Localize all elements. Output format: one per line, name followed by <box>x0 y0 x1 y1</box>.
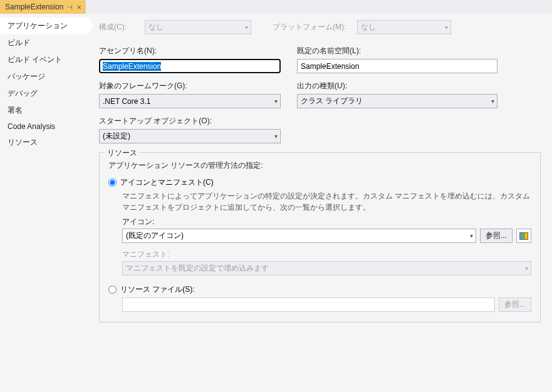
manifest-select: マニフェストを既定の設定で埋め込みます ▾ <box>122 261 531 276</box>
close-icon[interactable]: × <box>76 3 81 11</box>
manifest-label: マニフェスト: <box>122 249 531 260</box>
sidebar: アプリケーション ビルド ビルド イベント パッケージ デバッグ 署名 Code… <box>0 14 88 392</box>
sidebar-item-package[interactable]: パッケージ <box>0 68 88 85</box>
sidebar-item-resources[interactable]: リソース <box>0 134 88 151</box>
default-namespace-input[interactable] <box>297 59 497 73</box>
preview-icon <box>519 232 528 240</box>
chevron-down-icon: ▾ <box>274 133 278 140</box>
default-namespace-label: 既定の名前空間(L): <box>297 46 497 56</box>
target-framework-select[interactable]: .NET Core 3.1 ▾ <box>99 94 281 108</box>
sidebar-item-signing[interactable]: 署名 <box>0 102 88 119</box>
resource-file-radio[interactable] <box>108 286 117 294</box>
resources-group: リソース アプリケーション リソースの管理方法の指定: アイコンとマニフェスト(… <box>99 152 541 322</box>
icon-help-text: マニフェストによってアプリケーションの特定の設定が決定されます。カスタム マニフ… <box>122 190 531 213</box>
startup-object-select[interactable]: (未設定) ▾ <box>99 129 281 143</box>
configuration-select: なし ▾ <box>145 20 251 34</box>
platform-select: なし ▾ <box>357 20 451 34</box>
resources-desc: アプリケーション リソースの管理方法の指定: <box>108 160 531 171</box>
resource-file-input <box>122 297 495 312</box>
startup-object-label: スタートアップ オブジェクト(O): <box>99 116 281 126</box>
resources-group-title: リソース <box>105 148 140 158</box>
icon-browse-button[interactable]: 参照... <box>480 229 513 243</box>
sidebar-item-application[interactable]: アプリケーション <box>0 18 88 34</box>
sidebar-item-build-events[interactable]: ビルド イベント <box>0 51 88 68</box>
chevron-down-icon: ▾ <box>470 232 473 239</box>
assembly-name-input[interactable] <box>99 59 281 73</box>
resource-file-browse-button: 参照... <box>499 297 531 312</box>
chevron-down-icon: ▾ <box>491 98 494 105</box>
output-type-select[interactable]: クラス ライブラリ ▾ <box>297 94 497 108</box>
resource-file-radio-label: リソース ファイル(S): <box>120 284 195 295</box>
content-panel: 構成(C): なし ▾ プラットフォーム(M): なし ▾ アセンブリ名(N):… <box>88 14 552 392</box>
chevron-down-icon: ▾ <box>525 265 528 272</box>
output-type-label: 出力の種類(U): <box>297 81 497 91</box>
pin-icon[interactable]: ⊣ <box>67 4 73 11</box>
chevron-down-icon: ▾ <box>445 24 448 31</box>
tab-title: SampleExtension <box>5 3 63 11</box>
sidebar-item-build[interactable]: ビルド <box>0 34 88 51</box>
sidebar-item-code-analysis[interactable]: Code Analysis <box>0 119 88 134</box>
document-tab[interactable]: SampleExtension ⊣ × <box>0 0 86 14</box>
sidebar-item-debug[interactable]: デバッグ <box>0 85 88 102</box>
target-framework-label: 対象のフレームワーク(G): <box>99 81 281 91</box>
icon-select[interactable]: (既定のアイコン) ▾ <box>122 229 476 243</box>
icon-manifest-radio-label: アイコンとマニフェスト(C) <box>120 177 214 188</box>
configuration-label: 構成(C): <box>99 22 133 33</box>
icon-manifest-radio[interactable] <box>108 178 117 187</box>
icon-preview <box>516 229 531 243</box>
platform-label: プラットフォーム(M): <box>273 22 346 33</box>
icon-label: アイコン: <box>122 217 531 227</box>
chevron-down-icon: ▾ <box>245 24 248 31</box>
assembly-name-label: アセンブリ名(N): <box>99 46 281 56</box>
chevron-down-icon: ▾ <box>274 98 278 105</box>
tab-bar: SampleExtension ⊣ × <box>0 0 552 14</box>
